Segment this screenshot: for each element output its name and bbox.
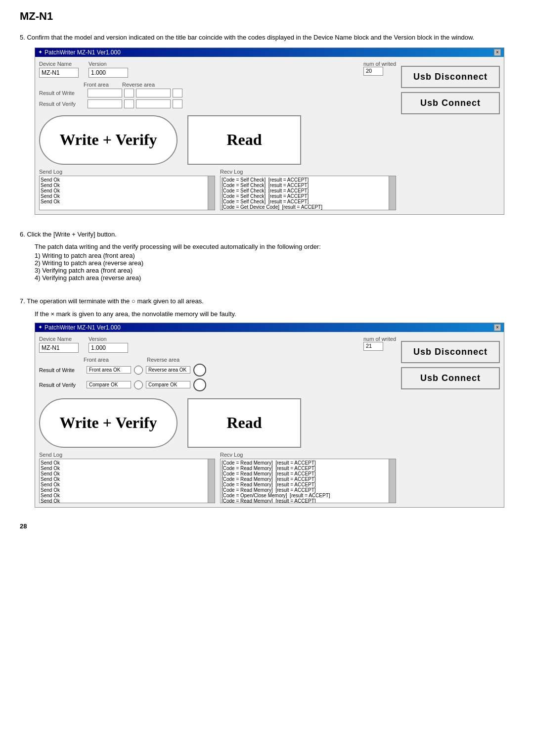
window2-titlebar: ✦ PatchWriter MZ-N1 Ver1.000 ×	[35, 323, 504, 332]
w2-recv-log-content: [Code = Read Memory] [result = ACCEPT] […	[222, 460, 395, 503]
w2-verify-front-result: Compare OK	[87, 381, 131, 388]
step5-text: 5. Confirm that the model and version in…	[20, 33, 514, 43]
send-log-content: Send Ok Send Ok Send Ok Send Ok Send Ok	[41, 177, 214, 204]
recv-log-content: [Code = Self Check] [result = ACCEPT] [C…	[222, 177, 395, 210]
write-front-box	[88, 89, 122, 97]
version-label: Version	[89, 61, 128, 67]
step6-description: The patch data writing and the verify pr…	[35, 243, 514, 250]
send-log-box: Send Ok Send Ok Send Ok Send Ok Send Ok	[39, 176, 215, 210]
w2-write-reverse-result: Reverse area OK	[146, 366, 190, 374]
w2-write-verify-button[interactable]: Write + Verify	[39, 398, 178, 448]
w2-num-written-value: 21	[363, 342, 383, 351]
window1-title: PatchWriter MZ-N1 Ver1.000	[44, 49, 121, 56]
send-log-label: Send Log	[39, 169, 215, 175]
verify-front-box	[88, 99, 122, 108]
write-verify-button[interactable]: Write + Verify	[39, 115, 178, 165]
w2-reverse-area-col-label: Reverse area	[147, 357, 206, 363]
step6-item3: 3) Verifying patch area (front area)	[35, 267, 514, 274]
w2-send-log-label: Send Log	[39, 452, 215, 458]
w2-verify-reverse-result: Compare OK	[146, 381, 190, 388]
w2-result-write-label: Result of Write	[39, 367, 84, 373]
version-input[interactable]: 1.000	[89, 68, 128, 78]
w2-send-log-box: Send Ok Send Ok Send Ok Send Ok Send Ok …	[39, 459, 215, 503]
verify-front-extra	[124, 99, 134, 108]
w2-send-log-content: Send Ok Send Ok Send Ok Send Ok Send Ok …	[41, 460, 214, 503]
w2-read-button[interactable]: Read	[187, 398, 301, 448]
window2-title: PatchWriter MZ-N1 Ver1.000	[44, 324, 121, 331]
w2-recv-log-box: [Code = Read Memory] [result = ACCEPT] […	[220, 459, 396, 503]
page-title: MZ-N1	[20, 10, 514, 23]
window1-close-button[interactable]: ×	[494, 49, 501, 56]
window2: ✦ PatchWriter MZ-N1 Ver1.000 × Device Na…	[35, 323, 504, 508]
w2-usb-disconnect-button[interactable]: Usb Disconnect	[401, 341, 500, 363]
step6-item4: 4) Verifying patch area (reverse area)	[35, 274, 514, 282]
w2-usb-connect-button[interactable]: Usb Connect	[401, 367, 500, 389]
device-name-label: Device Name	[39, 61, 79, 67]
window1-titlebar: ✦ PatchWriter MZ-N1 Ver1.000 ×	[35, 48, 504, 57]
w2-verify-reverse-circle	[193, 378, 206, 391]
write-reverse-box	[136, 89, 171, 97]
write-reverse-extra	[173, 89, 182, 97]
num-written-label: num of writed	[363, 61, 396, 67]
recv-log-box: [Code = Self Check] [result = ACCEPT] [C…	[220, 176, 396, 210]
verify-reverse-box	[136, 99, 171, 108]
w2-write-front-result: Front area OK	[87, 366, 131, 374]
w2-num-written-label: num of writed	[363, 336, 396, 342]
w2-write-reverse-circle	[193, 364, 206, 377]
w2-result-verify-label: Result of Verify	[39, 382, 84, 388]
front-area-col-label: Front area	[84, 82, 118, 88]
page-number: 28	[20, 522, 514, 530]
num-written-value: 20	[363, 67, 383, 76]
result-write-label: Result of Write	[39, 90, 84, 96]
step6-item1: 1) Writing to patch area (front area)	[35, 252, 514, 259]
write-front-extra	[124, 89, 134, 97]
w2-device-name-input[interactable]: MZ-N1	[39, 343, 79, 353]
step6-intro: 6. Click the [Write + Verify] button.	[20, 230, 514, 239]
reverse-area-col-label: Reverse area	[122, 82, 157, 88]
step6-item2: 2) Writing to patch area (reverse area)	[35, 259, 514, 267]
step7-description: If the × mark is given to any area, the …	[20, 310, 514, 318]
step7-intro: 7. The operation will terminate with the…	[20, 296, 514, 306]
window2-close-button[interactable]: ×	[494, 324, 501, 331]
recv-log-label: Recv Log	[220, 169, 396, 175]
w2-recv-log-label: Recv Log	[220, 452, 396, 458]
w2-front-area-col-label: Front area	[84, 357, 143, 363]
w2-write-front-circle	[134, 366, 143, 375]
verify-reverse-extra	[173, 99, 182, 108]
w2-verify-front-circle	[134, 380, 143, 389]
usb-connect-button[interactable]: Usb Connect	[401, 92, 500, 114]
device-name-input[interactable]: MZ-N1	[39, 68, 79, 78]
w2-version-label: Version	[89, 336, 128, 342]
w2-version-input[interactable]: 1.000	[89, 343, 128, 353]
window1: ✦ PatchWriter MZ-N1 Ver1.000 × Device Na…	[35, 47, 504, 215]
w2-device-name-label: Device Name	[39, 336, 79, 342]
result-verify-label: Result of Verify	[39, 101, 84, 107]
usb-disconnect-button[interactable]: Usb Disconnect	[401, 66, 500, 88]
read-button[interactable]: Read	[187, 115, 301, 165]
